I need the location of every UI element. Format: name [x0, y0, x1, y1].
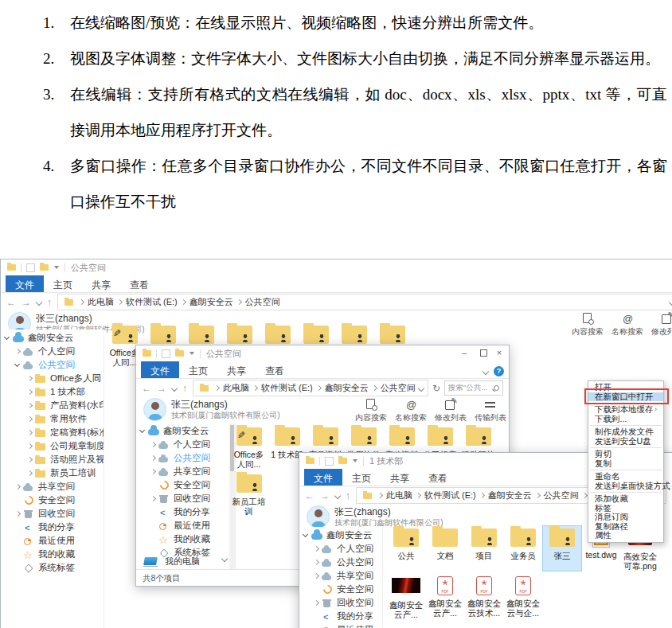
checkbox-icon[interactable]	[26, 263, 35, 272]
breadcrumb-item[interactable]: 软件测试 (E:)	[126, 296, 178, 308]
toolbar-button[interactable]: 内容搜索	[351, 399, 391, 423]
breadcrumb-item[interactable]: 鑫朗安全云	[325, 382, 369, 394]
ribbon-tab[interactable]: 查看	[419, 469, 457, 486]
expander-icon[interactable]	[150, 441, 157, 448]
expander-icon[interactable]	[26, 470, 33, 477]
expander-icon[interactable]	[150, 482, 157, 489]
tree-item[interactable]: 我的收藏	[136, 532, 235, 546]
tree-item[interactable]: 安全空间	[299, 583, 382, 596]
expander-icon[interactable]	[14, 524, 21, 531]
ribbon-tab[interactable]: 主页	[179, 361, 217, 378]
toolbar-button[interactable]: 传输列表	[471, 399, 510, 423]
tree-item[interactable]: 个人空间	[1, 345, 104, 358]
tree-item[interactable]: 产品资料(水印	[1, 399, 104, 412]
expander-icon[interactable]	[139, 427, 147, 435]
expander-icon[interactable]	[14, 348, 21, 355]
context-menu-item[interactable]: 发送到桌面快捷方式	[588, 482, 663, 491]
tree-item[interactable]: 活动照片及视	[1, 453, 104, 466]
expander-icon[interactable]	[313, 559, 320, 566]
up-icon[interactable]: ↑	[182, 383, 187, 394]
tree-item[interactable]: 安全空间	[1, 493, 104, 507]
expander-icon[interactable]	[313, 599, 320, 607]
ribbon-tab[interactable]: 查看	[256, 361, 294, 378]
context-menu-item[interactable]: 属性	[588, 531, 663, 540]
context-menu-item[interactable]	[590, 447, 662, 448]
breadcrumb[interactable]: 此电脑 软件测试 (E:) 鑫朗安全云	[57, 294, 672, 310]
breadcrumb-item[interactable]: 公共空间	[544, 490, 579, 501]
expander-icon[interactable]	[150, 468, 157, 475]
ribbon-tab[interactable]: 查看	[120, 275, 158, 292]
expander-icon[interactable]	[26, 443, 33, 450]
chevron-down-icon[interactable]	[189, 352, 194, 355]
expander-icon[interactable]	[26, 402, 33, 409]
back-icon[interactable]: ←	[305, 490, 315, 501]
toolbar-button[interactable]: 名称搜索	[608, 313, 647, 337]
breadcrumb-item[interactable]: 软件测试 (E:)	[261, 382, 313, 394]
tree-item[interactable]: 我的收藏	[1, 548, 104, 561]
breadcrumb-item[interactable]: 软件测试 (E:)	[424, 490, 476, 501]
expander-icon[interactable]	[14, 551, 21, 558]
context-menu-item[interactable]: 下载到...	[588, 415, 663, 424]
search-input[interactable]: 搜索"公共...	[444, 380, 503, 396]
forward-icon[interactable]: →	[157, 383, 166, 394]
tree-item[interactable]: 共享空间	[1, 480, 104, 493]
context-menu-item[interactable]: 重命名	[588, 472, 663, 482]
title-bar[interactable]: 公共空间 – ×	[136, 345, 509, 361]
ribbon-tab[interactable]: 主页	[44, 275, 82, 292]
expander-icon[interactable]	[14, 361, 21, 369]
tree-item[interactable]: 个人空间	[136, 438, 235, 451]
new-folder-icon[interactable]	[175, 350, 184, 357]
tree-item[interactable]: 安全空间	[136, 478, 235, 492]
breadcrumb-item[interactable]: 此电脑	[223, 382, 249, 394]
expander-icon[interactable]	[313, 545, 320, 552]
chevron-down-icon[interactable]	[353, 459, 357, 462]
toolbar-button[interactable]: 修改列表	[431, 399, 471, 423]
file-item[interactable]: 鑫朗安全云产...	[387, 574, 425, 619]
toolbar-button[interactable]: 名称搜索	[391, 399, 431, 423]
history-chevron-icon[interactable]	[334, 492, 341, 498]
ribbon-tab[interactable]: 文件	[141, 361, 179, 378]
ribbon-tab[interactable]: 共享	[381, 469, 419, 486]
context-menu-item[interactable]: 消息订阅	[588, 513, 663, 522]
ribbon-collapse-chevron-icon[interactable]	[483, 368, 489, 374]
expander-icon[interactable]	[150, 522, 157, 529]
tree-item[interactable]: 鑫朗安全云	[299, 529, 382, 542]
maximize-button[interactable]	[480, 349, 487, 357]
file-item[interactable]: 新员工培训	[230, 472, 268, 516]
breadcrumb-item[interactable]: 公共空间	[245, 296, 280, 308]
tree-item[interactable]: 最近使用	[136, 519, 235, 532]
history-chevron-icon[interactable]	[171, 384, 178, 391]
up-icon[interactable]: ↑	[346, 490, 350, 501]
ribbon-tab[interactable]: 共享	[82, 275, 120, 292]
ribbon-tab[interactable]: 文件	[6, 275, 44, 292]
context-menu-item[interactable]: 下载到本地缓存 ›	[588, 405, 663, 415]
minimize-button[interactable]: –	[458, 348, 471, 358]
expander-icon[interactable]	[150, 454, 157, 462]
expander-icon[interactable]	[14, 537, 21, 544]
new-folder-icon[interactable]	[338, 458, 347, 464]
new-folder-icon[interactable]	[40, 264, 49, 271]
tree-item[interactable]: 公共空间	[136, 451, 235, 465]
breadcrumb-item[interactable]: 鑫朗安全云	[189, 296, 233, 308]
breadcrumb-item[interactable]: 此电脑	[386, 490, 412, 501]
back-icon[interactable]: ←	[142, 383, 151, 394]
tree-item[interactable]: 公共空间	[299, 556, 382, 569]
tree-item[interactable]: 常用软件	[1, 412, 104, 426]
tree-item[interactable]: 我的分享	[1, 521, 104, 534]
context-menu-item[interactable]: 发送到安全U盘	[588, 437, 663, 447]
breadcrumb-item[interactable]: 公共空间	[381, 382, 416, 394]
history-chevron-icon[interactable]	[36, 298, 42, 305]
tree-item[interactable]: 新员工培训	[1, 466, 104, 480]
expander-icon[interactable]	[303, 532, 310, 539]
breadcrumb[interactable]: 此电脑 软件测试 (E:) 鑫朗安全云	[193, 380, 428, 396]
expander-icon[interactable]	[14, 510, 21, 517]
ribbon-tab[interactable]: 主页	[342, 469, 381, 486]
back-icon[interactable]: ←	[6, 297, 16, 308]
file-item[interactable]: 公共	[387, 526, 425, 571]
expander-icon[interactable]	[150, 495, 157, 502]
tree-item[interactable]: 定稿资料(标准	[1, 426, 104, 439]
expander-icon[interactable]	[313, 586, 320, 593]
address-dropdown-icon[interactable]	[418, 384, 424, 391]
ribbon-tab[interactable]: 共享	[217, 361, 256, 378]
context-menu-item[interactable]: 制作成外发文件	[588, 427, 663, 437]
